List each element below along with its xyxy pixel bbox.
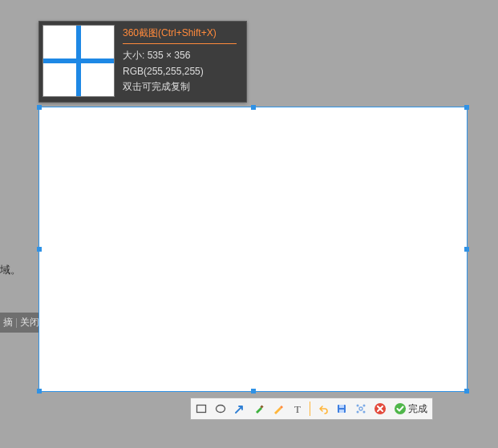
- resize-handle-w[interactable]: [37, 247, 42, 252]
- text-tool-button[interactable]: T: [290, 402, 305, 416]
- ellipse-tool-button[interactable]: [213, 402, 228, 416]
- selection-size: 大小: 535 × 356: [123, 49, 237, 63]
- background-text-fragment: 域。: [0, 263, 21, 277]
- cancel-button[interactable]: [373, 402, 387, 416]
- resize-handle-n[interactable]: [251, 105, 256, 110]
- resize-handle-sw[interactable]: [37, 389, 42, 394]
- background-close-label: 关闭: [20, 316, 39, 329]
- svg-point-11: [363, 411, 366, 414]
- screenshot-info-tooltip: 360截图(Ctrl+Shift+X) 大小: 535 × 356 RGB(25…: [38, 21, 247, 103]
- tool-title: 360截图(Ctrl+Shift+X): [123, 26, 237, 44]
- check-icon: [394, 402, 407, 415]
- resize-handle-se[interactable]: [464, 389, 469, 394]
- svg-text:T: T: [294, 403, 301, 414]
- resize-handle-ne[interactable]: [464, 105, 469, 110]
- share-button[interactable]: [354, 402, 368, 416]
- resize-handle-s[interactable]: [251, 389, 256, 394]
- background-hide-label: 摘: [3, 316, 13, 329]
- toolbar-separator: [310, 402, 310, 416]
- svg-point-8: [357, 405, 359, 407]
- svg-point-9: [363, 405, 366, 407]
- divider: [16, 318, 17, 328]
- done-label: 完成: [408, 402, 427, 416]
- svg-point-7: [359, 407, 362, 410]
- resize-handle-nw[interactable]: [37, 105, 42, 110]
- rectangle-tool-button[interactable]: [194, 402, 209, 416]
- svg-rect-5: [339, 405, 344, 408]
- svg-rect-0: [197, 406, 206, 413]
- hint-text: 双击可完成复制: [123, 80, 237, 94]
- screenshot-toolbar: T 完成: [190, 398, 433, 420]
- magnifier-preview: [43, 25, 115, 97]
- svg-point-1: [217, 406, 225, 413]
- arrow-tool-button[interactable]: [233, 402, 247, 416]
- svg-point-10: [357, 411, 359, 414]
- info-text-block: 360截图(Ctrl+Shift+X) 大小: 535 × 356 RGB(25…: [118, 22, 246, 102]
- selection-rectangle[interactable]: [38, 107, 468, 392]
- resize-handle-e[interactable]: [464, 247, 469, 252]
- brush-tool-button[interactable]: [252, 402, 266, 416]
- save-button[interactable]: [334, 402, 349, 416]
- svg-rect-6: [339, 410, 344, 413]
- pen-tool-button[interactable]: [271, 402, 285, 416]
- done-button[interactable]: 完成: [392, 402, 429, 416]
- undo-button[interactable]: [315, 402, 330, 416]
- pixel-rgb: RGB(255,255,255): [123, 66, 237, 77]
